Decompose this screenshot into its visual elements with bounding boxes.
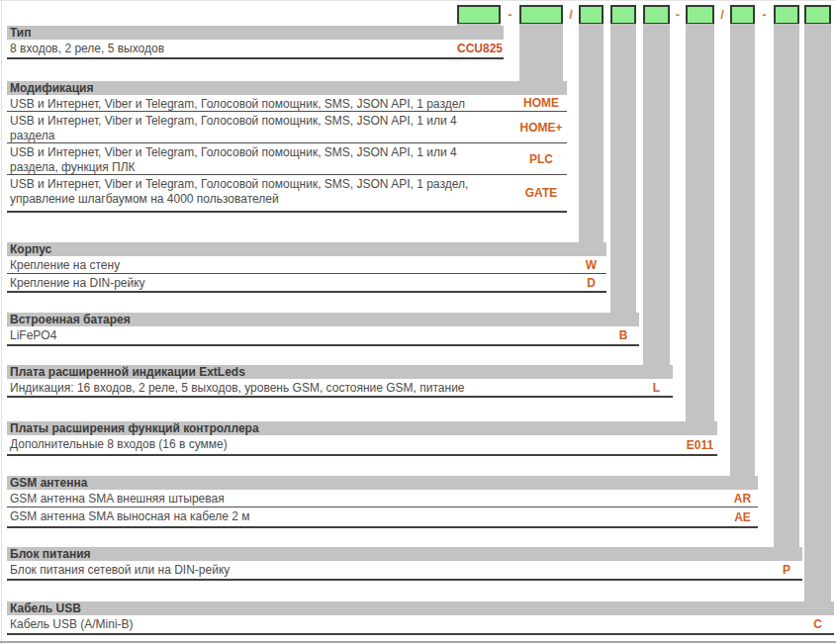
option-row: USB и Интернет, Viber и Telegram, Голосо… xyxy=(7,143,567,175)
section-psu: Блок питания Блок питания сетевой или на… xyxy=(7,547,802,581)
code-separator: - xyxy=(755,5,774,25)
section-cable: Кабель USB Кабель USB (A/Mini-B) C xyxy=(7,601,834,635)
option-description: Крепление на стену xyxy=(7,256,606,273)
option-code: B xyxy=(610,328,636,342)
connector-column-case xyxy=(579,24,604,242)
option-description: Индикация: 16 входов, 2 реле, 5 выходов,… xyxy=(7,379,673,396)
option-description: Крепление на DIN-рейку xyxy=(7,274,606,291)
code-separator: - xyxy=(670,5,686,25)
code-segment-box-type xyxy=(457,5,501,25)
section-expansion: Платы расширения функций контроллера Доп… xyxy=(7,421,717,456)
connector-column-psu xyxy=(774,24,799,547)
code-segment-box-antenna xyxy=(730,5,755,25)
code-separator: / xyxy=(563,5,579,25)
section-antenna: GSM антенна GSM антенна SMA внешняя штыр… xyxy=(7,476,758,528)
option-row: 8 входов, 2 реле, 5 выходов CCU825 xyxy=(7,40,504,59)
connector-column-expansion xyxy=(686,24,714,421)
option-code: GATE xyxy=(519,186,563,200)
option-row: Крепление на стену W xyxy=(7,256,606,274)
code-segment-box-expansion xyxy=(686,5,714,25)
option-code: W xyxy=(579,258,604,272)
code-segment-box-modification xyxy=(519,5,563,25)
option-code: HOME+ xyxy=(519,121,563,135)
connector-column-antenna xyxy=(730,24,755,476)
option-description: Кабель USB (A/Mini-B) xyxy=(7,615,834,632)
section-extleds: Плата расширенной индикации ExtLeds Инди… xyxy=(7,365,673,398)
option-row: GSM антенна SMA выносная на кабеле 2 м A… xyxy=(7,507,758,528)
option-code: D xyxy=(579,276,604,290)
section-header: Плата расширенной индикации ExtLeds xyxy=(7,365,673,379)
option-row: LiFePO4 B xyxy=(7,326,639,346)
section-header: Модификация xyxy=(7,81,567,95)
section-modification: Модификация USB и Интернет, Viber и Tele… xyxy=(7,81,567,213)
option-row: Блок питания сетевой или на DIN-рейку P xyxy=(7,561,802,581)
option-description: USB и Интернет, Viber и Telegram, Голосо… xyxy=(7,112,567,143)
option-row: USB и Интернет, Viber и Telegram, Голосо… xyxy=(7,112,567,143)
option-row: Кабель USB (A/Mini-B) C xyxy=(7,615,834,635)
connector-column-extleds xyxy=(643,24,670,365)
code-segment-box-case xyxy=(579,5,604,25)
section-case: Корпус Крепление на стену W Крепление на… xyxy=(7,242,606,293)
option-code: PLC xyxy=(519,152,563,166)
section-header: GSM антенна xyxy=(7,476,758,490)
option-row: GSM антенна SMA внешняя штыревая AR xyxy=(7,490,758,507)
page-bottom-rule xyxy=(0,641,836,643)
option-description: 8 входов, 2 реле, 5 выходов xyxy=(7,40,504,56)
option-description: Дополнительные 8 входов (16 в сумме) xyxy=(7,435,717,452)
option-description: GSM антенна SMA выносная на кабеле 2 м xyxy=(7,507,758,524)
option-row: Индикация: 16 входов, 2 реле, 5 выходов,… xyxy=(7,379,673,398)
code-segment-box-extleds xyxy=(643,5,670,25)
option-description: USB и Интернет, Viber и Telegram, Голосо… xyxy=(7,143,567,175)
connector-column-battery xyxy=(610,24,636,313)
option-code: L xyxy=(643,381,670,395)
section-header: Тип xyxy=(7,26,504,40)
option-code: CCU825 xyxy=(457,42,501,55)
option-description: USB и Интернет, Viber и Telegram, Голосо… xyxy=(7,95,567,112)
connector-column-modification xyxy=(519,24,563,81)
option-code: AR xyxy=(730,492,755,506)
option-row: USB и Интернет, Viber и Telegram, Голосо… xyxy=(7,175,567,213)
section-type: Тип 8 входов, 2 реле, 5 выходов CCU825 xyxy=(7,26,504,59)
option-description: Блок питания сетевой или на DIN-рейку xyxy=(7,561,802,578)
code-segment-box-psu xyxy=(774,5,799,25)
section-battery: Встроенная батарея LiFePO4 B xyxy=(7,313,639,346)
section-header: Платы расширения функций контроллера xyxy=(7,421,717,435)
option-row: USB и Интернет, Viber и Telegram, Голосо… xyxy=(7,95,567,112)
section-header: Корпус xyxy=(7,242,606,256)
section-header: Кабель USB xyxy=(7,601,834,615)
option-description: USB и Интернет, Viber и Telegram, Голосо… xyxy=(7,175,567,207)
code-separator: / xyxy=(714,5,730,25)
page-left-edge xyxy=(1,1,2,644)
connector-column-cable xyxy=(804,24,831,601)
code-segment-box-cable xyxy=(804,5,831,25)
section-header: Блок питания xyxy=(7,547,802,561)
code-segment-box-battery xyxy=(610,5,636,25)
option-row: Крепление на DIN-рейку D xyxy=(7,274,606,293)
option-description: GSM антенна SMA внешняя штыревая xyxy=(7,490,758,506)
code-separator: - xyxy=(501,5,519,25)
option-description: LiFePO4 xyxy=(7,326,639,343)
option-code: E011 xyxy=(686,438,714,452)
ordering-code-diagram: - / - / - Тип 8 входов, 2 реле, 5 выходо… xyxy=(0,0,836,644)
section-header: Встроенная батарея xyxy=(7,313,639,326)
option-code: AE xyxy=(730,510,755,524)
option-row: Дополнительные 8 входов (16 в сумме) E01… xyxy=(7,435,717,456)
option-code: P xyxy=(774,563,799,577)
option-code: HOME xyxy=(519,96,563,110)
option-code: C xyxy=(804,617,831,631)
